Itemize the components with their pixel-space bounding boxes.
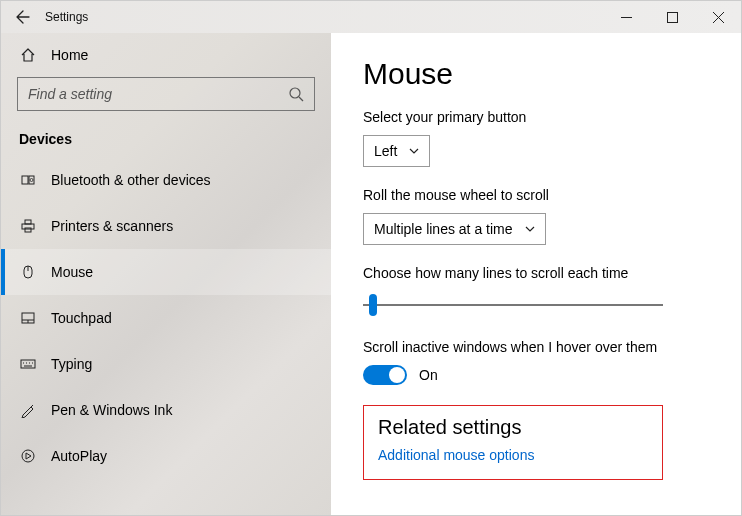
search-icon [288,86,304,102]
nav-bluetooth[interactable]: Bluetooth & other devices [1,157,331,203]
nav-touchpad[interactable]: Touchpad [1,295,331,341]
content-pane: Mouse Select your primary button Left Ro… [331,33,741,515]
search-input[interactable] [28,86,288,102]
minimize-button[interactable] [603,1,649,33]
toggle-knob [389,367,405,383]
svg-point-4 [30,179,33,182]
close-button[interactable] [695,1,741,33]
nav-list: Bluetooth & other devices Printers & sca… [1,157,331,515]
svg-rect-6 [25,220,31,224]
nav-label: Mouse [51,264,93,280]
bluetooth-icon [19,172,37,188]
dropdown-value: Left [374,143,397,159]
wheel-label: Roll the mouse wheel to scroll [363,187,721,203]
nav-label: Bluetooth & other devices [51,172,211,188]
toggle-state: On [419,367,438,383]
nav-label: Printers & scanners [51,218,173,234]
home-nav[interactable]: Home [1,33,331,77]
window-title: Settings [45,10,88,24]
maximize-icon [667,12,678,23]
pen-icon [19,402,37,418]
touchpad-icon [19,310,37,326]
search-box[interactable] [17,77,315,111]
nav-label: Typing [51,356,92,372]
mouse-icon [19,264,37,280]
back-button[interactable] [1,1,45,33]
chevron-down-icon [409,148,419,154]
nav-typing[interactable]: Typing [1,341,331,387]
arrow-left-icon [15,9,31,25]
svg-rect-2 [22,176,28,184]
slider-track [363,304,663,306]
svg-rect-0 [667,12,677,22]
dropdown-value: Multiple lines at a time [374,221,513,237]
category-heading: Devices [1,123,331,157]
slider-thumb[interactable] [369,294,377,316]
maximize-button[interactable] [649,1,695,33]
nav-label: Touchpad [51,310,112,326]
home-label: Home [51,47,88,63]
lines-slider[interactable] [363,291,663,319]
hover-label: Scroll inactive windows when I hover ove… [363,339,721,355]
autoplay-icon [19,448,37,464]
printer-icon [19,218,37,234]
chevron-down-icon [525,226,535,232]
nav-label: AutoPlay [51,448,107,464]
page-heading: Mouse [363,57,721,91]
nav-mouse[interactable]: Mouse [1,249,331,295]
svg-point-1 [290,88,300,98]
svg-rect-10 [21,360,35,368]
home-icon [19,47,37,63]
hover-toggle[interactable] [363,365,407,385]
nav-printers[interactable]: Printers & scanners [1,203,331,249]
keyboard-icon [19,356,37,372]
titlebar: Settings [1,1,741,33]
nav-autoplay[interactable]: AutoPlay [1,433,331,479]
nav-pen[interactable]: Pen & Windows Ink [1,387,331,433]
nav-label: Pen & Windows Ink [51,402,172,418]
close-icon [713,12,724,23]
lines-label: Choose how many lines to scroll each tim… [363,265,721,281]
wheel-dropdown[interactable]: Multiple lines at a time [363,213,546,245]
minimize-icon [621,12,632,23]
additional-mouse-options-link[interactable]: Additional mouse options [378,447,648,463]
primary-button-dropdown[interactable]: Left [363,135,430,167]
svg-point-11 [22,450,34,462]
related-settings-box: Related settings Additional mouse option… [363,405,663,480]
related-heading: Related settings [378,416,648,439]
sidebar: Home Devices Bluetooth & other devices [1,33,331,515]
primary-button-label: Select your primary button [363,109,721,125]
